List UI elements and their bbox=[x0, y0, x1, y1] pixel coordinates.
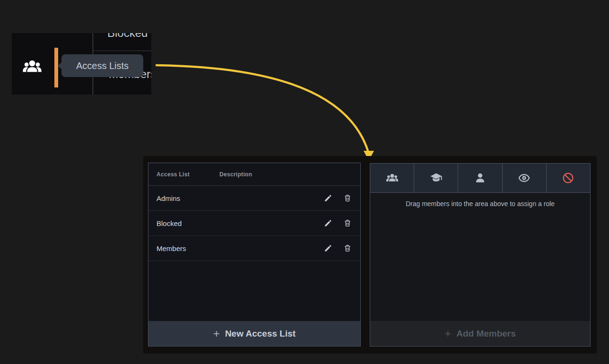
table-header: Access List Description bbox=[148, 163, 360, 186]
table-row[interactable]: Members bbox=[148, 236, 360, 261]
column-header-access-list: Access List bbox=[148, 171, 219, 178]
add-members-label: Add Members bbox=[456, 329, 516, 339]
tooltip-label: Access Lists bbox=[76, 61, 129, 71]
access-list-name: Blocked bbox=[148, 219, 219, 227]
sidebar-item-access-lists[interactable] bbox=[22, 57, 42, 77]
role-slot-instructor[interactable] bbox=[414, 164, 458, 192]
table-row[interactable]: Blocked bbox=[148, 211, 360, 236]
role-slot-viewer[interactable] bbox=[503, 164, 547, 192]
access-list-name: Members bbox=[148, 244, 219, 252]
table-row[interactable]: Admins bbox=[148, 186, 360, 211]
ban-icon bbox=[562, 172, 574, 184]
users-icon bbox=[22, 57, 42, 77]
pencil-icon bbox=[324, 194, 332, 202]
graduation-cap-icon bbox=[430, 172, 443, 184]
row-divider bbox=[93, 51, 151, 51]
trash-icon bbox=[343, 194, 352, 202]
pencil-icon bbox=[324, 219, 332, 227]
delete-button[interactable] bbox=[343, 219, 352, 227]
role-slot-admin[interactable] bbox=[370, 164, 414, 192]
roles-panel: Drag members into the area above to assi… bbox=[370, 163, 591, 347]
row-actions bbox=[324, 219, 360, 227]
new-access-list-label: New Access List bbox=[225, 329, 296, 339]
delete-button[interactable] bbox=[343, 194, 352, 202]
column-header-description: Description bbox=[219, 171, 360, 178]
row-actions bbox=[324, 194, 360, 202]
arrow-curve bbox=[157, 65, 368, 152]
trash-icon bbox=[343, 244, 352, 252]
delete-button[interactable] bbox=[343, 244, 352, 252]
plus-icon: + bbox=[213, 328, 220, 339]
clipped-row-label-top: Blocked bbox=[107, 33, 148, 40]
edit-button[interactable] bbox=[324, 194, 332, 202]
access-lists-tooltip: Access Lists bbox=[61, 54, 143, 77]
role-slot-blocked[interactable] bbox=[547, 164, 590, 192]
role-slot-row bbox=[370, 164, 590, 193]
row-actions bbox=[324, 244, 360, 252]
new-access-list-button[interactable]: + New Access List bbox=[148, 321, 360, 346]
add-members-button[interactable]: + Add Members bbox=[370, 321, 590, 346]
access-lists-panel: Access List Description Admins Blocked bbox=[148, 163, 361, 347]
pencil-icon bbox=[324, 244, 332, 252]
tooltip-caret bbox=[58, 62, 61, 69]
edit-button[interactable] bbox=[324, 219, 332, 227]
access-list-name: Admins bbox=[148, 194, 219, 202]
eye-icon bbox=[518, 172, 531, 184]
role-slot-member[interactable] bbox=[458, 164, 502, 192]
trash-icon bbox=[343, 219, 352, 227]
callout-snippet: Blocked Members Access Lists bbox=[12, 33, 151, 95]
plus-icon: + bbox=[444, 328, 451, 339]
drag-hint-text: Drag members into the area above to assi… bbox=[370, 200, 590, 208]
user-icon bbox=[474, 172, 487, 184]
edit-button[interactable] bbox=[324, 244, 332, 252]
users-icon bbox=[386, 172, 399, 184]
